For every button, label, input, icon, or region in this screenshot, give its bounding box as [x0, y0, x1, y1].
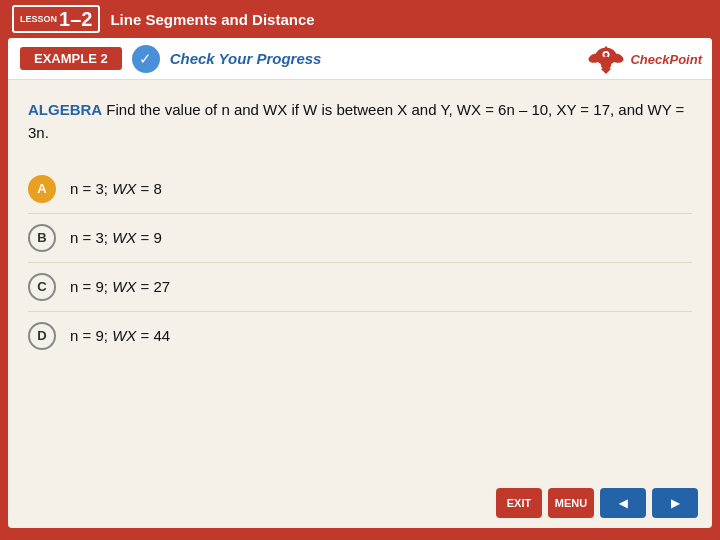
checkpoint-text: CheckPoint	[630, 52, 702, 67]
answer-text-b: n = 3; WX = 9	[70, 229, 162, 246]
check-icon: ✓	[132, 45, 160, 73]
svg-point-3	[605, 53, 609, 57]
menu-button[interactable]: MENU	[548, 488, 594, 518]
answer-circle-c[interactable]: C	[28, 273, 56, 301]
answer-row-c[interactable]: C n = 9; WX = 27	[28, 263, 692, 312]
prev-button[interactable]: ◀	[600, 488, 646, 518]
exit-button[interactable]: EXIT	[496, 488, 542, 518]
main-area: EXAMPLE 2 ✓ Check Your Progress CheckPoi…	[8, 38, 712, 528]
answer-circle-a[interactable]: A	[28, 175, 56, 203]
lesson-number: 1–2	[59, 9, 92, 29]
question-body: Find the value of n and WX if W is betwe…	[28, 101, 684, 141]
answer-row-a[interactable]: A n = 3; WX = 8	[28, 165, 692, 214]
svg-point-6	[601, 56, 612, 70]
question-text: ALGEBRA Find the value of n and WX if W …	[28, 98, 692, 145]
answer-row-b[interactable]: B n = 3; WX = 9	[28, 214, 692, 263]
bottom-nav: EXIT MENU ◀ ▶	[496, 488, 698, 518]
lesson-badge: LESSON 1–2	[12, 5, 100, 33]
lesson-word: LESSON	[20, 15, 57, 24]
question-area: ALGEBRA Find the value of n and WX if W …	[8, 80, 712, 165]
example-banner: EXAMPLE 2 ✓ Check Your Progress CheckPoi…	[8, 38, 712, 80]
example-label: EXAMPLE 2	[20, 47, 122, 70]
answer-text-d: n = 9; WX = 44	[70, 327, 170, 344]
answer-circle-d[interactable]: D	[28, 322, 56, 350]
next-button[interactable]: ▶	[652, 488, 698, 518]
svg-marker-7	[601, 69, 612, 74]
answer-text-a: n = 3; WX = 8	[70, 180, 162, 197]
answer-circle-b[interactable]: B	[28, 224, 56, 252]
checkpoint-logo: CheckPoint	[588, 44, 702, 74]
answer-text-c: n = 9; WX = 27	[70, 278, 170, 295]
answer-row-d[interactable]: D n = 9; WX = 44	[28, 312, 692, 360]
algebra-label: ALGEBRA	[28, 101, 102, 118]
checkpoint-eagle-icon	[588, 44, 624, 74]
check-your-progress-label: Check Your Progress	[170, 50, 322, 67]
header-title: Line Segments and Distance	[110, 11, 314, 28]
answers-list: A n = 3; WX = 8 B n = 3; WX = 9 C n = 9;…	[8, 165, 712, 360]
top-bar: LESSON 1–2 Line Segments and Distance	[0, 0, 720, 38]
